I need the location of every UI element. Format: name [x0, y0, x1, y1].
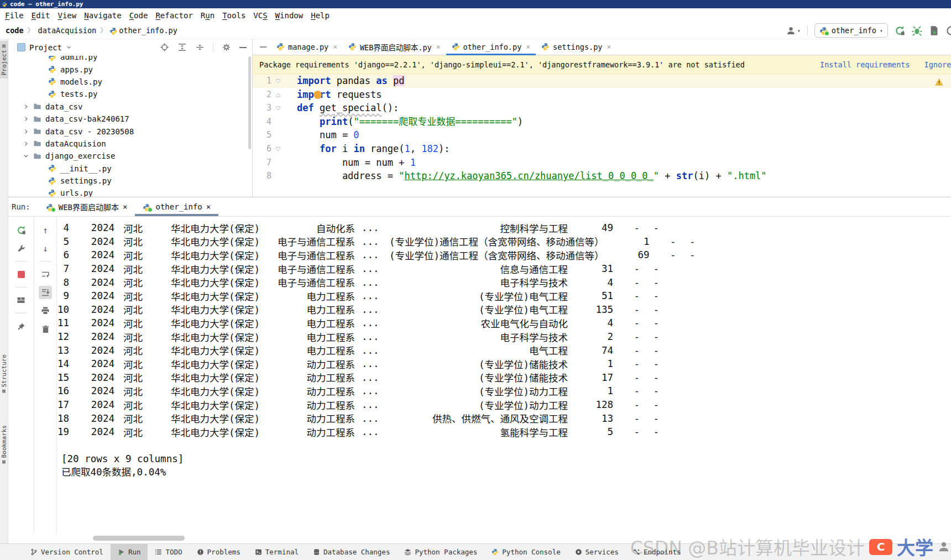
down-button[interactable]: ↓ — [39, 242, 52, 255]
settings-button[interactable] — [14, 242, 28, 255]
tree-item-django-exercise[interactable]: django_exercise — [8, 150, 252, 162]
editor-tab-web界面启动脚本-py[interactable]: WEB界面启动脚本.py× — [343, 39, 446, 55]
fold-marker-icon[interactable] — [271, 101, 285, 115]
tree-item-data-csv[interactable]: data_csv — [8, 101, 252, 113]
editor-tab-manage-py[interactable]: manage.py× — [271, 39, 343, 55]
statusbar-item-endpoints[interactable]: Endpoints — [626, 544, 688, 560]
tree-item-models-py[interactable]: models.py — [8, 76, 252, 88]
fold-marker-icon[interactable] — [271, 74, 285, 88]
code-line-5[interactable]: 5 num = 0 — [253, 128, 951, 142]
menu-item-help[interactable]: Help — [307, 11, 333, 20]
layout-button[interactable] — [14, 294, 28, 307]
tree-item--init-py[interactable]: __init__.py — [8, 163, 252, 175]
soft-wrap-button[interactable] — [39, 268, 52, 281]
stop-button[interactable] — [14, 268, 28, 281]
run-tab-other-info[interactable]: other_info× — [135, 197, 218, 216]
statusbar-item-problems[interactable]: Problems — [190, 544, 248, 560]
code-area[interactable]: 1import pandas as pd2import requests3def… — [253, 74, 951, 197]
stripe-tab-bookmarks[interactable]: Bookmarks — [1, 422, 8, 467]
project-scrollbar[interactable] — [248, 56, 251, 149]
menu-item-vcs[interactable]: VCS — [249, 11, 271, 20]
clear-button[interactable] — [39, 322, 52, 336]
statusbar-item-run[interactable]: Run — [111, 544, 148, 560]
tree-item-apps-py[interactable]: apps.py — [8, 63, 252, 75]
statusbar-item-todo[interactable]: TODO — [148, 544, 189, 560]
line-number[interactable]: 8 — [253, 169, 271, 183]
tree-item-urls-py[interactable]: urls.py — [8, 187, 252, 197]
banner-link-install-requirements[interactable]: Install requirements — [820, 60, 910, 69]
rerun-button[interactable] — [14, 223, 28, 237]
collapse-all-button[interactable] — [195, 43, 205, 52]
print-button[interactable] — [39, 304, 52, 317]
breadcrumb-item-code[interactable]: code — [4, 26, 25, 35]
chevron-down-icon[interactable] — [66, 44, 72, 50]
menu-item-run[interactable]: Run — [197, 11, 218, 20]
close-icon[interactable]: × — [333, 43, 337, 51]
breadcrumb-item-other-info-py[interactable]: other_info.py — [118, 26, 179, 35]
banner-link-ignore-requirements[interactable]: Ignore requirements — [924, 60, 951, 69]
code-line-6[interactable]: 6 for i in range(1, 182): — [253, 142, 951, 156]
fold-marker-icon[interactable] — [271, 142, 285, 156]
console-hscrollbar-thumb[interactable] — [93, 536, 185, 541]
pin-button[interactable] — [14, 320, 28, 333]
statusbar-item-version-control[interactable]: Version Control — [23, 544, 111, 560]
close-icon[interactable]: × — [123, 202, 127, 211]
close-icon[interactable]: × — [607, 43, 612, 51]
close-icon[interactable]: × — [206, 202, 211, 211]
line-number[interactable]: 3 — [253, 101, 271, 115]
code-line-3[interactable]: 3def get_special(): — [253, 101, 951, 115]
rerun-button[interactable] — [895, 25, 905, 36]
close-icon[interactable]: × — [526, 43, 530, 51]
fold-marker-icon[interactable] — [271, 88, 285, 102]
user-menu-button[interactable]: ▾ — [786, 26, 801, 35]
up-button[interactable]: ↑ — [39, 223, 52, 237]
tree-item-admin-py[interactable]: admin.py — [8, 56, 252, 63]
menu-item-code[interactable]: Code — [126, 11, 152, 20]
stripe-tab-project[interactable]: Project — [1, 41, 8, 78]
line-number[interactable]: 4 — [253, 115, 271, 129]
tree-item-dataacquision[interactable]: dataAcquision — [8, 138, 252, 150]
tree-item-tests-py[interactable]: tests.py — [8, 88, 252, 100]
menu-item-window[interactable]: Window — [271, 11, 307, 20]
run-config-select[interactable]: other_info ▾ — [814, 23, 888, 38]
menu-item-file[interactable]: File — [1, 11, 28, 20]
line-number[interactable]: 6 — [253, 142, 271, 156]
expand-all-button[interactable] — [177, 43, 187, 52]
statusbar-item-python-console[interactable]: Python Console — [484, 544, 567, 560]
code-line-1[interactable]: 1import pandas as pd — [253, 74, 951, 88]
line-number[interactable]: 5 — [253, 128, 271, 142]
menu-item-navigate[interactable]: Navigate — [80, 11, 125, 20]
intention-bulb-icon[interactable] — [313, 91, 322, 99]
hide-panel-button[interactable] — [239, 47, 247, 48]
statusbar-item-terminal[interactable]: Terminal — [248, 544, 306, 560]
statusbar-item-python-packages[interactable]: Python Packages — [397, 544, 484, 560]
console-output[interactable]: 42024河北华北电力大学(保定)自动化系...控制科学与工程49--52024… — [57, 217, 951, 534]
scroll-end-button[interactable] — [39, 286, 52, 299]
debug-button[interactable] — [912, 25, 922, 36]
run-tab-web界面启动脚本[interactable]: WEB界面启动脚本× — [38, 197, 135, 216]
tree-item-data-csv-20230508[interactable]: data_csv - 20230508 — [8, 125, 252, 137]
editor-tab-other-info-py[interactable]: other_info.py× — [446, 39, 536, 55]
locate-file-button[interactable] — [160, 43, 169, 52]
menu-item-view[interactable]: View — [54, 11, 80, 20]
hide-tabs-icon[interactable] — [260, 46, 267, 48]
run-coverage-button[interactable] — [929, 25, 939, 36]
line-number[interactable]: 2 — [253, 88, 271, 102]
statusbar-item-services[interactable]: Services — [568, 544, 626, 560]
editor-tab-settings-py[interactable]: settings.py× — [536, 39, 616, 55]
menu-item-edit[interactable]: Edit — [28, 11, 54, 20]
profiler-button[interactable] — [946, 25, 951, 36]
code-line-4[interactable]: 4 print("=======爬取专业数据==========") — [253, 115, 951, 129]
menu-item-refactor[interactable]: Refactor — [151, 11, 196, 20]
gear-icon[interactable] — [222, 43, 231, 52]
stripe-tab-structure[interactable]: Structure — [1, 351, 8, 396]
code-line-8[interactable]: 8 address = "http://yz.kaoyan365.cn/zhua… — [253, 169, 951, 183]
menu-item-tools[interactable]: Tools — [218, 11, 249, 20]
close-icon[interactable]: × — [436, 43, 441, 51]
code-line-2[interactable]: 2import requests — [253, 88, 951, 102]
line-number[interactable]: 1 — [253, 74, 271, 88]
line-number[interactable]: 7 — [253, 156, 271, 170]
tree-item-data-csv-bak240617[interactable]: data_csv-bak240617 — [8, 113, 252, 125]
statusbar-item-database-changes[interactable]: Database Changes — [306, 544, 397, 560]
tree-item-settings-py[interactable]: settings.py — [8, 175, 252, 187]
